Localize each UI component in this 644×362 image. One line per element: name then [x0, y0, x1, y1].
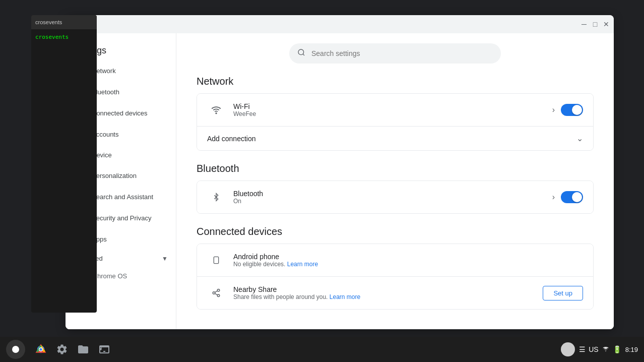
bluetooth-text: Bluetooth On	[233, 190, 552, 205]
wifi-text: Wi-Fi WeeFee	[233, 102, 552, 117]
bluetooth-section-title: Bluetooth	[197, 163, 594, 174]
tray-network-label: US	[589, 345, 598, 353]
nearby-share-icon	[207, 284, 225, 302]
terminal-content: crosevents	[31, 29, 97, 45]
add-connection-text: Add connection	[207, 135, 576, 143]
wifi-name: Wi-Fi	[233, 102, 552, 110]
sidebar-personalization-label: Personalization	[92, 172, 137, 179]
svg-point-18	[217, 289, 220, 292]
svg-point-19	[213, 292, 215, 294]
android-phone-name: Android phone	[233, 253, 583, 261]
terminal-title: crosevents	[35, 19, 62, 25]
sidebar-connected-devices-label: Connected devices	[92, 109, 148, 117]
add-connection-right: ⌄	[576, 134, 583, 143]
taskbar-right: ☰ US 🔋 8:19	[561, 342, 638, 356]
network-section-title: Network	[197, 76, 594, 87]
nearby-share-setup-button[interactable]: Set up	[543, 286, 583, 300]
add-connection-chevron-icon: ⌄	[576, 134, 583, 143]
tray-battery-icon: 🔋	[613, 345, 621, 353]
launcher-button[interactable]	[6, 340, 25, 359]
settings-window: ─ □ ✕ Settings Network	[66, 15, 614, 329]
minimize-button[interactable]: ─	[581, 21, 588, 28]
nearby-share-row[interactable]: Nearby Share Share files with people aro…	[197, 277, 593, 309]
nearby-share-learn-more[interactable]: Learn more	[330, 293, 360, 300]
nearby-share-right: Set up	[543, 286, 583, 300]
svg-point-27	[605, 351, 606, 351]
bluetooth-section-card: Bluetooth On ›	[197, 180, 594, 214]
nearby-share-subtitle: Share files with people around you. Lear…	[233, 293, 543, 300]
svg-point-26	[39, 348, 42, 350]
nearby-share-name: Nearby Share	[233, 285, 543, 293]
sidebar-search-assistant-label: Search and Assistant	[92, 193, 153, 201]
terminal-window: crosevents crosevents	[31, 15, 97, 313]
add-connection-row[interactable]: Add connection ⌄	[197, 127, 593, 150]
android-phone-learn-more[interactable]: Learn more	[287, 261, 318, 268]
svg-point-20	[217, 294, 220, 297]
svg-line-14	[303, 54, 304, 55]
tray-wifi-icon	[602, 345, 610, 354]
bluetooth-toggle-knob	[572, 192, 582, 202]
bluetooth-chevron-icon: ›	[552, 193, 555, 202]
taskbar: ☰ US 🔋 8:19	[0, 337, 644, 362]
maximize-button[interactable]: □	[592, 21, 599, 28]
wifi-icon	[207, 101, 225, 119]
sidebar-security-privacy-label: Security and Privacy	[92, 214, 152, 222]
search-bar-container	[197, 43, 594, 64]
terminal-text: crosevents	[35, 34, 69, 40]
tray-avatar[interactable]	[561, 342, 575, 356]
svg-rect-16	[214, 257, 218, 263]
bluetooth-right: ›	[552, 191, 583, 203]
wifi-ssid: WeeFee	[233, 110, 552, 117]
bluetooth-toggle[interactable]	[561, 191, 583, 203]
taskbar-files[interactable]	[74, 340, 93, 359]
taskbar-tray: ☰ US 🔋	[579, 345, 621, 354]
settings-body: Settings Network	[66, 33, 614, 329]
nearby-share-text: Nearby Share Share files with people aro…	[233, 285, 543, 300]
bluetooth-status: On	[233, 198, 552, 205]
search-bar	[289, 43, 501, 64]
wifi-right: ›	[552, 104, 583, 116]
wifi-row[interactable]: Wi-Fi WeeFee ›	[197, 94, 593, 127]
taskbar-settings[interactable]	[52, 340, 72, 359]
connected-devices-section-card: Android phone No eligible devices. Learn…	[197, 244, 594, 310]
search-icon	[297, 48, 305, 58]
android-phone-text: Android phone No eligible devices. Learn…	[233, 253, 583, 268]
tray-menu-icon[interactable]: ☰	[579, 345, 586, 353]
bluetooth-name: Bluetooth	[233, 190, 552, 198]
wifi-toggle-knob	[572, 105, 582, 115]
wifi-chevron-icon: ›	[552, 105, 555, 114]
taskbar-time: 8:19	[625, 346, 638, 353]
svg-line-22	[215, 291, 217, 292]
taskbar-terminal[interactable]	[95, 340, 114, 359]
android-phone-row[interactable]: Android phone No eligible devices. Learn…	[197, 244, 593, 277]
android-phone-icon	[207, 251, 225, 269]
taskbar-chrome[interactable]	[31, 340, 50, 359]
svg-line-21	[215, 293, 217, 295]
terminal-titlebar: crosevents	[31, 15, 97, 29]
bluetooth-row[interactable]: Bluetooth On ›	[197, 181, 593, 213]
launcher-icon	[12, 346, 19, 353]
svg-point-15	[216, 113, 217, 114]
search-input[interactable]	[311, 49, 493, 57]
close-button[interactable]: ✕	[603, 21, 610, 28]
connected-devices-section-title: Connected devices	[197, 226, 594, 237]
android-phone-subtitle: No eligible devices. Learn more	[233, 261, 583, 268]
network-section-card: Wi-Fi WeeFee › Add connection	[197, 93, 594, 151]
svg-point-13	[298, 49, 304, 55]
taskbar-left	[6, 340, 114, 359]
advanced-arrow-icon: ▼	[162, 255, 168, 262]
bluetooth-row-icon	[207, 188, 225, 206]
wifi-toggle[interactable]	[561, 104, 583, 116]
window-titlebar: ─ □ ✕	[66, 15, 614, 33]
main-content: Network Wi-Fi WeeFee	[176, 33, 614, 329]
add-connection-label: Add connection	[207, 135, 576, 143]
